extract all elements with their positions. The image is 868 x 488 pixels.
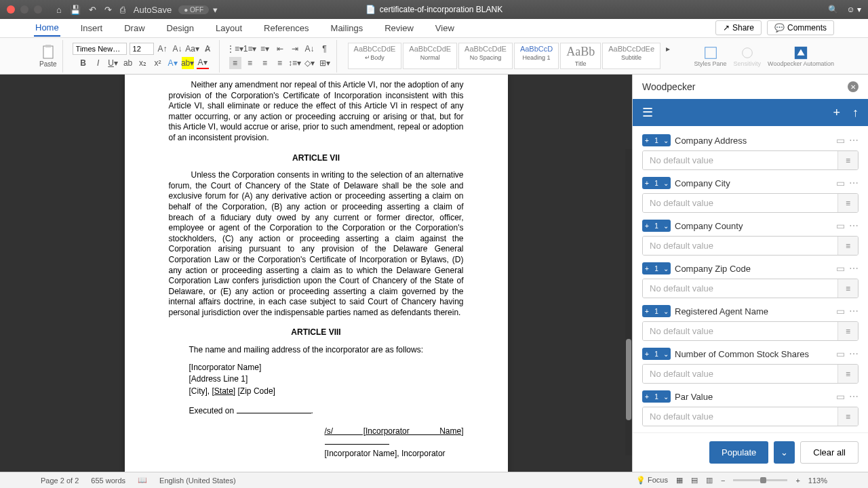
decrease-indent-icon[interactable]: ⇤ bbox=[274, 43, 286, 55]
search-icon[interactable]: 🔍 bbox=[828, 5, 838, 14]
change-case-icon[interactable]: Aa▾ bbox=[186, 43, 199, 55]
sensitivity-button[interactable]: Sensitivity bbox=[734, 45, 762, 67]
show-marks-icon[interactable]: ¶ bbox=[319, 43, 331, 55]
tab-draw[interactable]: Draw bbox=[123, 20, 146, 36]
populate-button[interactable]: Populate bbox=[709, 441, 768, 464]
justify-icon[interactable]: ≡ bbox=[274, 57, 286, 69]
save-icon[interactable]: 💾 bbox=[70, 5, 81, 15]
field-badges[interactable]: +1⌄ bbox=[642, 134, 671, 146]
view-web-icon[interactable]: ▤ bbox=[691, 476, 698, 485]
field-more-icon[interactable]: ⋯ bbox=[849, 391, 859, 402]
page-indicator[interactable]: Page 2 of 2 bbox=[41, 476, 79, 485]
field-more-icon[interactable]: ⋯ bbox=[849, 178, 859, 188]
clear-all-button[interactable]: Clear all bbox=[800, 441, 859, 464]
zoom-level[interactable]: 113% bbox=[808, 476, 827, 485]
field-card-icon[interactable]: ▭ bbox=[836, 178, 845, 188]
language-indicator[interactable]: English (United States) bbox=[159, 476, 236, 485]
field-badges[interactable]: +1⌄ bbox=[642, 220, 671, 232]
field-card-icon[interactable]: ▭ bbox=[836, 348, 845, 359]
field-more-icon[interactable]: ⋯ bbox=[849, 263, 859, 274]
tab-layout[interactable]: Layout bbox=[214, 20, 243, 36]
field-list-icon[interactable]: ≡ bbox=[837, 279, 858, 298]
tab-mailings[interactable]: Mailings bbox=[330, 20, 365, 36]
subscript-icon[interactable]: x₂ bbox=[137, 57, 149, 69]
tab-review[interactable]: Review bbox=[383, 20, 415, 36]
field-badges[interactable]: +1⌄ bbox=[642, 348, 671, 360]
style-nospacing[interactable]: AaBbCcDdENo Spacing bbox=[458, 43, 513, 69]
redo-icon[interactable]: ↷ bbox=[104, 5, 112, 15]
strikethrough-icon[interactable]: ab bbox=[122, 57, 134, 69]
clear-format-icon[interactable]: A̷ bbox=[201, 43, 214, 55]
paste-button[interactable]: Paste bbox=[39, 44, 57, 68]
styles-pane-button[interactable]: Styles Pane bbox=[694, 45, 727, 67]
field-card-icon[interactable]: ▭ bbox=[836, 135, 845, 146]
field-more-icon[interactable]: ⋯ bbox=[849, 348, 859, 359]
increase-indent-icon[interactable]: ⇥ bbox=[289, 43, 301, 55]
align-right-icon[interactable]: ≡ bbox=[259, 57, 271, 69]
view-outline-icon[interactable]: ▥ bbox=[706, 476, 713, 485]
zoom-in-icon[interactable]: + bbox=[795, 476, 800, 485]
grow-font-icon[interactable]: A↑ bbox=[157, 43, 169, 55]
underline-icon[interactable]: U▾ bbox=[107, 57, 119, 69]
zoom-out-icon[interactable]: − bbox=[721, 476, 725, 485]
style-normal[interactable]: AaBbCcDdENormal bbox=[403, 43, 457, 69]
tab-insert[interactable]: Insert bbox=[79, 20, 104, 36]
add-icon[interactable]: + bbox=[833, 106, 840, 120]
comments-button[interactable]: 💬 Comments bbox=[767, 20, 834, 35]
shrink-font-icon[interactable]: A↓ bbox=[172, 43, 184, 55]
sort-icon[interactable]: A↓ bbox=[304, 43, 316, 55]
populate-dropdown[interactable]: ⌄ bbox=[774, 441, 795, 464]
bullets-icon[interactable]: ⋮≡▾ bbox=[229, 43, 241, 55]
style-subtitle[interactable]: AaBbCcDdEeSubtitle bbox=[602, 43, 660, 69]
field-badges[interactable]: +1⌄ bbox=[642, 390, 671, 403]
field-card-icon[interactable]: ▭ bbox=[836, 391, 845, 402]
qat-more[interactable]: ▾ bbox=[213, 5, 218, 15]
tab-references[interactable]: References bbox=[262, 20, 310, 36]
align-left-icon[interactable]: ≡ bbox=[229, 57, 241, 69]
field-list-icon[interactable]: ≡ bbox=[837, 322, 858, 340]
scrollbar[interactable] bbox=[625, 149, 632, 455]
style-body[interactable]: AaBbCcDdE↵Body bbox=[348, 43, 402, 69]
field-value-input[interactable] bbox=[643, 237, 837, 255]
document-canvas[interactable]: Neither any amendment nor repeal of this… bbox=[0, 75, 632, 472]
field-list-icon[interactable]: ≡ bbox=[837, 194, 858, 212]
tab-view[interactable]: View bbox=[434, 20, 456, 36]
italic-icon[interactable]: I bbox=[92, 57, 104, 69]
text-effects-icon[interactable]: A▾ bbox=[167, 57, 179, 69]
field-list-icon[interactable]: ≡ bbox=[837, 237, 858, 255]
undo-icon[interactable]: ↶ bbox=[89, 5, 96, 15]
autosave-toggle[interactable]: ● OFF bbox=[178, 5, 209, 14]
tab-design[interactable]: Design bbox=[165, 20, 195, 36]
field-card-icon[interactable]: ▭ bbox=[836, 220, 845, 231]
shading-icon[interactable]: ◇▾ bbox=[304, 57, 316, 69]
account-icon[interactable]: ☺ ▾ bbox=[846, 5, 861, 14]
field-more-icon[interactable]: ⋯ bbox=[849, 306, 859, 317]
field-more-icon[interactable]: ⋯ bbox=[849, 220, 859, 231]
style-title[interactable]: AaBbTitle bbox=[560, 43, 601, 69]
font-size-select[interactable] bbox=[130, 43, 154, 55]
style-heading1[interactable]: AaBbCcDHeading 1 bbox=[514, 43, 559, 69]
zoom-slider[interactable] bbox=[733, 479, 787, 481]
word-count[interactable]: 655 words bbox=[91, 476, 125, 485]
field-value-input[interactable] bbox=[643, 365, 837, 383]
field-value-input[interactable] bbox=[643, 194, 837, 212]
field-list-icon[interactable]: ≡ bbox=[837, 151, 858, 169]
field-list-icon[interactable]: ≡ bbox=[837, 365, 858, 383]
home-icon[interactable]: ⌂ bbox=[56, 5, 62, 15]
spellcheck-icon[interactable]: 📖 bbox=[138, 476, 147, 485]
minimize-window[interactable] bbox=[20, 5, 28, 14]
field-list-icon[interactable]: ≡ bbox=[837, 407, 858, 426]
woodpecker-button[interactable]: Woodpecker Automation bbox=[768, 45, 834, 67]
superscript-icon[interactable]: x² bbox=[152, 57, 164, 69]
font-family-select[interactable] bbox=[73, 43, 127, 55]
numbering-icon[interactable]: 1≡▾ bbox=[244, 43, 256, 55]
field-card-icon[interactable]: ▭ bbox=[836, 306, 845, 317]
close-icon[interactable]: ✕ bbox=[848, 81, 859, 92]
maximize-window[interactable] bbox=[34, 5, 42, 14]
highlight-icon[interactable]: ab▾ bbox=[182, 57, 194, 69]
field-badges[interactable]: +1⌄ bbox=[642, 305, 671, 317]
field-more-icon[interactable]: ⋯ bbox=[849, 135, 859, 146]
print-icon[interactable]: ⎙ bbox=[120, 5, 125, 15]
menu-icon[interactable]: ☰ bbox=[642, 105, 653, 120]
view-print-icon[interactable]: ▦ bbox=[676, 476, 683, 485]
